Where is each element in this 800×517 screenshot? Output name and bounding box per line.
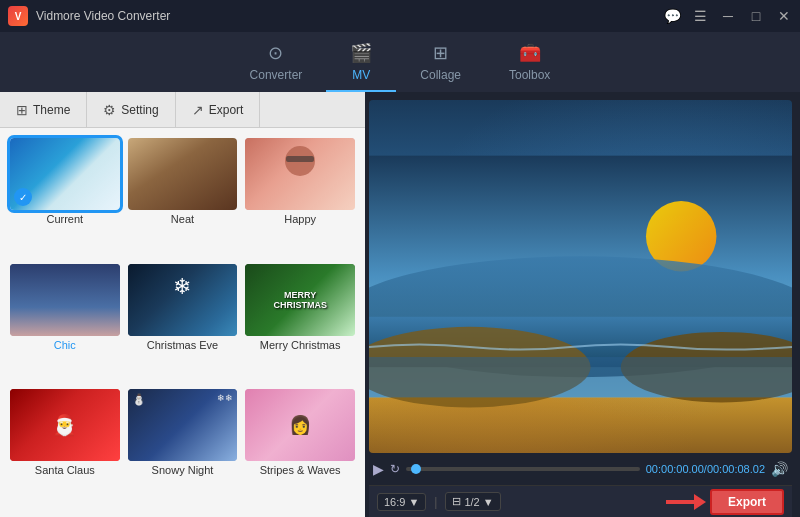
theme-label-stripes-waves: Stripes & Waves: [260, 464, 341, 476]
theme-thumb-neat: [128, 138, 238, 210]
theme-thumb-chic: [10, 264, 120, 336]
theme-label-santa-claus: Santa Claus: [35, 464, 95, 476]
left-panel: ⊞ Theme ⚙ Setting ↗ Export ✓ Current: [0, 92, 365, 517]
theme-thumb-christmas-eve: ❄: [128, 264, 238, 336]
export-btn-container: Export: [710, 489, 784, 515]
theme-grid: ✓ Current Neat Happy: [0, 128, 365, 517]
theme-thumb-happy: [245, 138, 355, 210]
export-tab-icon: ↗: [192, 102, 204, 118]
playback-controls: ▶ ↻ 00:00:00.00/00:00:08.02 🔊: [369, 453, 792, 485]
title-bar: V Vidmore Video Converter 💬 ☰ ─ □ ✕: [0, 0, 800, 32]
progress-dot: [411, 464, 421, 474]
panel-tabs: ⊞ Theme ⚙ Setting ↗ Export: [0, 92, 365, 128]
main-content: ⊞ Theme ⚙ Setting ↗ Export ✓ Current: [0, 92, 800, 517]
export-tab-label: Export: [209, 103, 244, 117]
split-arrow-icon: ▼: [483, 496, 494, 508]
theme-item-merry-christmas[interactable]: MERRYCHRISTMAS Merry Christmas: [245, 264, 355, 382]
theme-item-santa-claus[interactable]: 🎅 Santa Claus: [10, 389, 120, 507]
theme-item-christmas-eve[interactable]: ❄ Christmas Eve: [128, 264, 238, 382]
toolbox-icon: 🧰: [519, 42, 541, 64]
setting-tab-label: Setting: [121, 103, 158, 117]
play-button[interactable]: ▶: [373, 461, 384, 477]
theme-label-christmas-eve: Christmas Eve: [147, 339, 219, 351]
export-arrow-indicator: [666, 492, 706, 512]
collage-label: Collage: [420, 68, 461, 82]
minimize-button[interactable]: ─: [720, 8, 736, 24]
aspect-ratio-select[interactable]: 16:9 ▼: [377, 493, 426, 511]
theme-item-happy[interactable]: Happy: [245, 138, 355, 256]
theme-item-neat[interactable]: Neat: [128, 138, 238, 256]
menu-icon[interactable]: ☰: [692, 8, 708, 24]
converter-label: Converter: [250, 68, 303, 82]
tab-toolbox[interactable]: 🧰 Toolbox: [485, 34, 574, 92]
theme-label-snowy-night: Snowy Night: [152, 464, 214, 476]
theme-thumb-merry-christmas: MERRYCHRISTMAS: [245, 264, 355, 336]
panel-tab-theme[interactable]: ⊞ Theme: [0, 92, 87, 127]
theme-label-merry-christmas: Merry Christmas: [260, 339, 341, 351]
mv-icon: 🎬: [350, 42, 372, 64]
toolbox-label: Toolbox: [509, 68, 550, 82]
bottom-controls: 16:9 ▼ | ⊟ 1/2 ▼ Export: [369, 485, 792, 517]
theme-label-chic: Chic: [54, 339, 76, 351]
progress-bar[interactable]: [406, 467, 640, 471]
panel-tab-export[interactable]: ↗ Export: [176, 92, 261, 127]
maximize-button[interactable]: □: [748, 8, 764, 24]
setting-tab-icon: ⚙: [103, 102, 116, 118]
theme-item-current[interactable]: ✓ Current: [10, 138, 120, 256]
theme-thumb-stripes: 👩: [245, 389, 355, 461]
tab-collage[interactable]: ⊞ Collage: [396, 34, 485, 92]
theme-label-current: Current: [46, 213, 83, 225]
app-title: Vidmore Video Converter: [36, 9, 170, 23]
theme-thumb-snowy: ⛄ ❄❄: [128, 389, 238, 461]
theme-tab-icon: ⊞: [16, 102, 28, 118]
theme-item-chic[interactable]: Chic: [10, 264, 120, 382]
split-value: 1/2: [464, 496, 479, 508]
split-select[interactable]: ⊟ 1/2 ▼: [445, 492, 500, 511]
theme-thumb-santa: 🎅: [10, 389, 120, 461]
video-preview: [369, 100, 792, 453]
split-icon: ⊟: [452, 495, 461, 508]
svg-marker-8: [694, 494, 706, 510]
theme-label-happy: Happy: [284, 213, 316, 225]
converter-icon: ⊙: [268, 42, 283, 64]
title-bar-controls: 💬 ☰ ─ □ ✕: [664, 8, 792, 24]
time-display: 00:00:00.00/00:00:08.02: [646, 463, 765, 475]
volume-icon[interactable]: 🔊: [771, 461, 788, 477]
theme-item-snowy-night[interactable]: ⛄ ❄❄ Snowy Night: [128, 389, 238, 507]
theme-label-neat: Neat: [171, 213, 194, 225]
title-bar-left: V Vidmore Video Converter: [8, 6, 170, 26]
tab-mv[interactable]: 🎬 MV: [326, 34, 396, 92]
theme-tab-label: Theme: [33, 103, 70, 117]
panel-tab-setting[interactable]: ⚙ Setting: [87, 92, 175, 127]
svg-rect-7: [666, 500, 696, 504]
app-icon: V: [8, 6, 28, 26]
ratio-arrow-icon: ▼: [408, 496, 419, 508]
tab-converter[interactable]: ⊙ Converter: [226, 34, 327, 92]
svg-rect-6: [369, 357, 792, 397]
ratio-value: 16:9: [384, 496, 405, 508]
close-button[interactable]: ✕: [776, 8, 792, 24]
collage-icon: ⊞: [433, 42, 448, 64]
theme-item-stripes-waves[interactable]: 👩 Stripes & Waves: [245, 389, 355, 507]
controls-divider: |: [434, 495, 437, 509]
right-panel: ▶ ↻ 00:00:00.00/00:00:08.02 🔊 16:9 ▼ | ⊟…: [365, 92, 800, 517]
export-button[interactable]: Export: [710, 489, 784, 515]
loop-button[interactable]: ↻: [390, 462, 400, 476]
selected-check: ✓: [14, 188, 32, 206]
message-icon[interactable]: 💬: [664, 8, 680, 24]
mv-label: MV: [352, 68, 370, 82]
theme-thumb-current: ✓: [10, 138, 120, 210]
nav-bar: ⊙ Converter 🎬 MV ⊞ Collage 🧰 Toolbox: [0, 32, 800, 92]
